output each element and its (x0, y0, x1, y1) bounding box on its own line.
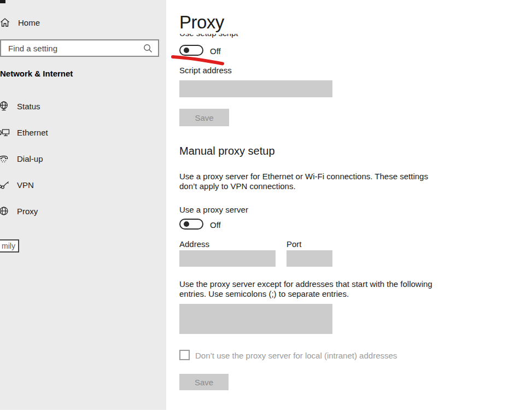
sidebar-item-dialup[interactable]: Dial-up (0, 149, 166, 168)
vpn-icon (0, 179, 10, 190)
sidebar-item-label: Home (18, 18, 40, 27)
save-manual-proxy-button[interactable]: Save (179, 374, 229, 390)
dialup-phone-icon (0, 153, 10, 164)
address-label: Address (179, 239, 209, 249)
sidebar-item-ethernet[interactable]: Ethernet (0, 122, 166, 142)
home-icon (0, 17, 11, 28)
setup-script-toggle[interactable] (179, 45, 203, 56)
proxy-settings-page: Use setup script Proxy Off Script addres… (166, 0, 532, 411)
sidebar-item-label: Ethernet (17, 128, 48, 137)
toggle-knob (184, 48, 189, 53)
local-addresses-checkbox-label: Don’t use the proxy server for local (in… (195, 351, 397, 360)
manual-proxy-heading: Manual proxy setup (179, 145, 275, 157)
search-input[interactable] (1, 40, 158, 56)
proxy-exceptions-description: Use the proxy server except for addresse… (179, 279, 432, 299)
script-address-label: Script address (179, 66, 232, 75)
toggle-knob (184, 221, 189, 227)
local-addresses-checkbox[interactable] (179, 350, 190, 360)
port-label: Port (287, 239, 302, 249)
sidebar-item-vpn[interactable]: VPN (0, 175, 166, 195)
page-header: Proxy (166, 0, 532, 34)
status-globe-icon (0, 101, 10, 111)
sidebar-item-home[interactable]: Home (0, 17, 40, 28)
sidebar-item-label: Status (17, 102, 40, 111)
search-box (0, 39, 159, 57)
page-title: Proxy (179, 12, 224, 33)
sidebar-item-label: VPN (17, 180, 34, 190)
tooltip-fragment: mily (0, 239, 19, 253)
manual-proxy-description: Use a proxy server for Ethernet or Wi-Fi… (179, 172, 428, 191)
ethernet-icon (0, 127, 10, 138)
sidebar-item-status[interactable]: Status (0, 96, 166, 116)
port-input[interactable] (287, 250, 332, 267)
settings-sidebar: Home Network & Internet Status (0, 0, 166, 410)
menu-icon-fragment (0, 0, 5, 3)
sidebar-section-heading: Network & Internet (0, 69, 73, 78)
sidebar-item-proxy[interactable]: Proxy (0, 201, 166, 221)
setup-script-toggle-state: Off (210, 46, 221, 56)
script-address-input[interactable] (179, 80, 332, 97)
save-script-button[interactable]: Save (179, 109, 229, 126)
sidebar-item-label: Proxy (17, 207, 38, 216)
proxy-globe-icon (0, 206, 10, 216)
use-proxy-server-label: Use a proxy server (179, 205, 248, 214)
proxy-server-toggle-state: Off (210, 220, 221, 230)
address-input[interactable] (179, 250, 276, 267)
proxy-server-toggle[interactable] (179, 219, 203, 230)
sidebar-item-label: Dial-up (17, 154, 43, 163)
proxy-exceptions-textarea[interactable] (179, 304, 332, 334)
